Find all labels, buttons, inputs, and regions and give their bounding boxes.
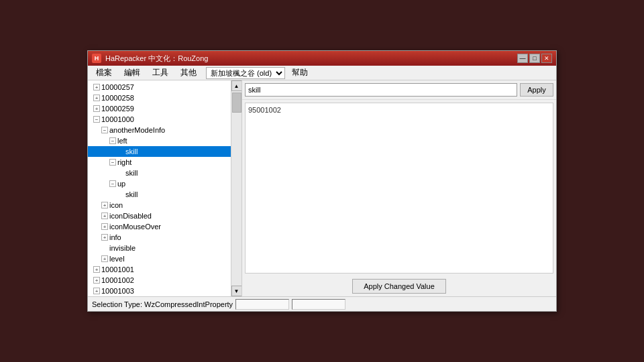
tree-item-10000259[interactable]: + 10000259 (88, 103, 231, 114)
tree-item-iconDisabled[interactable]: + iconDisabled (88, 210, 231, 221)
menu-item-other[interactable]: 其他 (175, 66, 202, 80)
apply-button[interactable]: Apply (520, 83, 553, 97)
expand-info[interactable]: + (101, 234, 108, 241)
tree-item-10000257[interactable]: + 10000257 (88, 82, 231, 93)
version-dropdown[interactable]: 新加坡楓之谷 (old) (206, 67, 285, 79)
menu-item-tools[interactable]: 工具 (147, 66, 174, 80)
property-name-input[interactable] (245, 83, 517, 97)
property-bar: Apply (242, 80, 556, 100)
minimize-button[interactable]: — (517, 54, 528, 63)
tree-item-10001000[interactable]: − 10001000 (88, 114, 231, 125)
expand-10000258[interactable]: + (93, 95, 100, 101)
tree-item-left[interactable]: − left (88, 135, 231, 146)
menu-item-file[interactable]: 檔案 (91, 66, 117, 80)
value-area: 95001002 (245, 103, 553, 274)
tree-item-10001003[interactable]: + 10001003 (88, 286, 231, 296)
expand-10000259[interactable]: + (93, 105, 100, 112)
tree-item-right[interactable]: − right (88, 157, 231, 168)
expand-10000257[interactable]: + (93, 84, 100, 90)
tree-item-skill-right[interactable]: skill (88, 168, 231, 178)
tree-item-level[interactable]: + level (88, 253, 231, 264)
expand-left[interactable]: − (109, 137, 116, 144)
tree-item-skill-up[interactable]: skill (88, 189, 231, 200)
expand-icon[interactable]: + (101, 202, 108, 208)
menu-item-help[interactable]: 幫助 (286, 66, 313, 80)
tree-item-invisible[interactable]: invisible (88, 243, 231, 253)
tree-item-skill-left[interactable]: skill (88, 146, 231, 157)
title-bar-buttons: — □ ✕ (517, 54, 552, 63)
expand-10001003[interactable]: + (93, 288, 100, 294)
tree-item-info[interactable]: + info (88, 232, 231, 243)
tree-scrollbar[interactable]: ▲ ▼ (231, 80, 241, 296)
apply-changed-button[interactable]: Apply Changed Value (352, 279, 446, 294)
tree-item-anotherModeInfo[interactable]: − anotherModeInfo (88, 125, 231, 135)
status-field-1[interactable] (235, 299, 289, 310)
status-label: Selection Type: WzCompressedIntProperty (92, 300, 233, 308)
tree-item-iconMouseOver[interactable]: + iconMouseOver (88, 221, 231, 232)
version-dropdown-wrapper: 新加坡楓之谷 (old) (206, 67, 285, 79)
title-bar: H HaRepacker 中文化：RouZong — □ ✕ (88, 51, 556, 66)
close-button[interactable]: ✕ (541, 54, 552, 63)
tree-item-icon[interactable]: + icon (88, 200, 231, 210)
expand-10001001[interactable]: + (93, 266, 100, 273)
scroll-thumb[interactable] (232, 93, 241, 113)
scroll-up-btn[interactable]: ▲ (231, 80, 242, 91)
tree-item-up[interactable]: − up (88, 178, 231, 189)
tree-item-10000258[interactable]: + 10000258 (88, 93, 231, 103)
expand-10001000[interactable]: − (93, 116, 100, 123)
status-field-2[interactable] (292, 299, 345, 310)
menu-bar: 檔案 編輯 工具 其他 新加坡楓之谷 (old) 幫助 (88, 66, 556, 80)
status-bar: Selection Type: WzCompressedIntProperty (88, 296, 556, 311)
main-window: H HaRepacker 中文化：RouZong — □ ✕ 檔案 編輯 工具 … (87, 50, 557, 312)
scroll-down-btn[interactable]: ▼ (231, 286, 242, 296)
app-icon: H (92, 54, 101, 63)
tree-content: + 10000257 + 10000258 + 10000259 (88, 80, 241, 296)
expand-iconDisabled[interactable]: + (101, 213, 108, 219)
tree-item-10001002[interactable]: + 10001002 (88, 275, 231, 286)
tree-panel: + 10000257 + 10000258 + 10000259 (88, 80, 242, 296)
maximize-button[interactable]: □ (529, 54, 540, 63)
right-panel: Apply 95001002 Apply Changed Value (242, 80, 556, 296)
expand-iconMouseOver[interactable]: + (101, 223, 108, 230)
expand-level[interactable]: + (101, 255, 108, 262)
expand-right[interactable]: − (109, 159, 116, 166)
expand-up[interactable]: − (109, 180, 116, 187)
property-value: 95001002 (248, 106, 281, 114)
menu-item-edit[interactable]: 編輯 (119, 66, 146, 80)
tree-item-10001001[interactable]: + 10001001 (88, 264, 231, 275)
main-content: + 10000257 + 10000258 + 10000259 (88, 80, 556, 296)
window-title: HaRepacker 中文化：RouZong (105, 54, 513, 64)
expand-anotherModeInfo[interactable]: − (101, 127, 108, 133)
scroll-track (231, 91, 241, 286)
expand-10001002[interactable]: + (93, 277, 100, 284)
